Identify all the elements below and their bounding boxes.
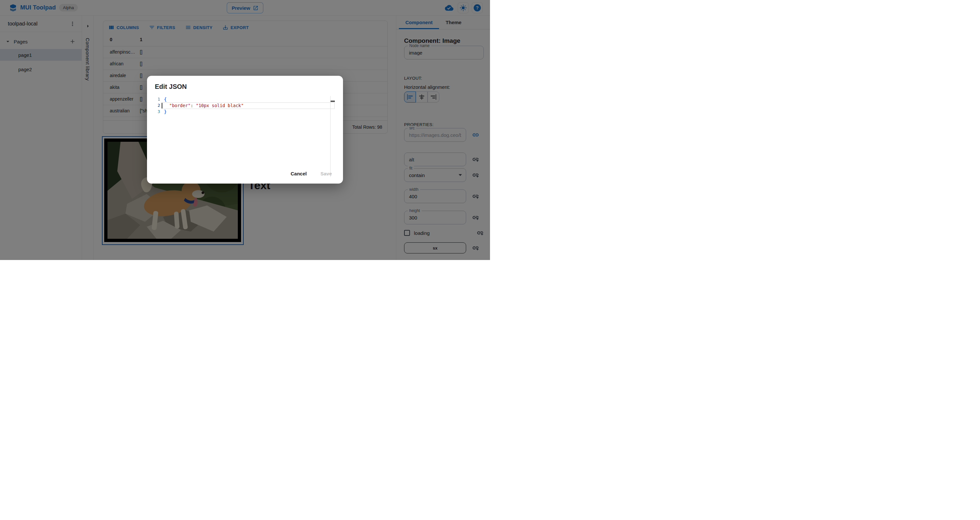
- json-code-editor[interactable]: 1 { 2 "border": "10px solid black" 3 }: [155, 94, 335, 170]
- dialog-actions: Cancel Save: [286, 169, 336, 178]
- cancel-button[interactable]: Cancel: [286, 169, 311, 178]
- dialog-title: Edit JSON: [155, 83, 187, 91]
- save-button[interactable]: Save: [316, 169, 336, 178]
- line-number: 3: [155, 109, 160, 114]
- toolpad-app: MUI Toolpad Alpha Preview ?: [0, 0, 490, 260]
- code-token: {: [164, 97, 167, 102]
- json-key: "border": [169, 103, 191, 108]
- overview-ruler-divider: [330, 96, 331, 177]
- text-cursor: [162, 103, 162, 108]
- editor-line-2: 2 "border": "10px solid black": [155, 102, 335, 108]
- overview-cursor-mark: [331, 100, 335, 102]
- editor-line-1: 1 {: [155, 96, 335, 102]
- editor-line-3: 3 }: [155, 108, 335, 114]
- edit-json-dialog: Edit JSON 1 { 2 "border": "10px solid bl…: [147, 76, 343, 184]
- code-token: }: [164, 109, 167, 114]
- line-number-active: 2: [155, 103, 160, 108]
- line-number: 1: [155, 97, 160, 102]
- code-token: "border": "10px solid black": [164, 103, 244, 108]
- json-colon: :: [191, 103, 196, 108]
- json-value: "10px solid black": [196, 103, 244, 108]
